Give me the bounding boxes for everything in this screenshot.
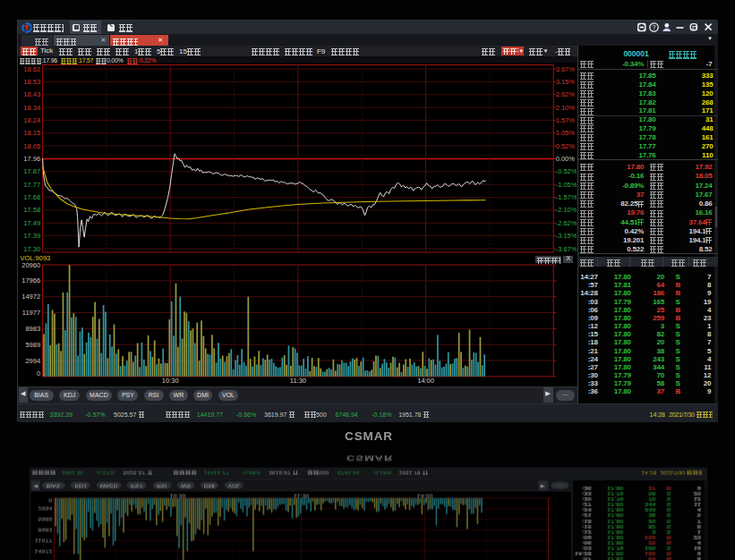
svg-text:-2.10%: -2.10% [556,207,577,215]
svg-text:18.43: 18.43 [24,91,41,99]
svg-text:-1.57%: -1.57% [556,194,577,202]
svg-text:2994: 2994 [38,506,54,512]
svg-text:2.10%: 2.10% [556,104,576,112]
svg-text:8983: 8983 [26,325,41,333]
svg-text:18.24: 18.24 [24,116,41,124]
svg-text:0: 0 [49,497,54,503]
svg-text:18.15: 18.15 [24,130,41,138]
svg-text:17.96: 17.96 [24,156,41,164]
svg-text:-3.15%: -3.15% [556,233,577,241]
svg-text:11977: 11977 [22,310,40,318]
svg-text:10:30: 10:30 [170,493,187,498]
svg-text:18.05: 18.05 [24,142,41,150]
svg-text:17.30: 17.30 [24,245,41,253]
svg-text:17.68: 17.68 [24,194,41,202]
svg-text:8983: 8983 [38,527,54,532]
svg-text:11:30: 11:30 [290,377,306,385]
svg-text:2.62%: 2.62% [556,91,576,99]
svg-text:5989: 5989 [26,341,41,349]
svg-text:14:00: 14:00 [418,377,435,385]
svg-text:1.05%: 1.05% [556,130,576,138]
svg-text:3.67%: 3.67% [556,65,576,73]
svg-text:3.15%: 3.15% [556,78,576,86]
svg-text:-3.67%: -3.67% [556,245,577,253]
svg-text:0.52%: 0.52% [556,142,576,150]
svg-text:-0.52%: -0.52% [556,168,577,176]
svg-text:18.34: 18.34 [24,104,41,112]
svg-text:17.49: 17.49 [24,219,41,227]
svg-text:17.77: 17.77 [24,181,41,189]
svg-text:0.00%: 0.00% [556,156,576,164]
svg-text:5989: 5989 [38,517,54,522]
svg-text:14972: 14972 [22,293,41,301]
svg-text:1.57%: 1.57% [556,116,576,124]
svg-text:14972: 14972 [35,548,54,554]
svg-text:2994: 2994 [26,357,41,365]
svg-text:-1.05%: -1.05% [556,181,577,189]
svg-text:17.87: 17.87 [24,168,41,176]
svg-text:17.39: 17.39 [24,233,41,241]
svg-text:-2.62%: -2.62% [556,219,577,227]
svg-text:14:00: 14:00 [417,493,434,498]
svg-text:17.58: 17.58 [24,207,41,215]
svg-text:10:30: 10:30 [162,377,179,385]
svg-text:0: 0 [37,369,40,378]
svg-text:18.53: 18.53 [24,78,41,86]
svg-text:?: ? [653,24,656,30]
svg-text:11:30: 11:30 [294,493,310,498]
svg-text:17966: 17966 [22,277,41,285]
svg-text:18.62: 18.62 [24,65,41,73]
svg-text:11977: 11977 [35,538,53,543]
